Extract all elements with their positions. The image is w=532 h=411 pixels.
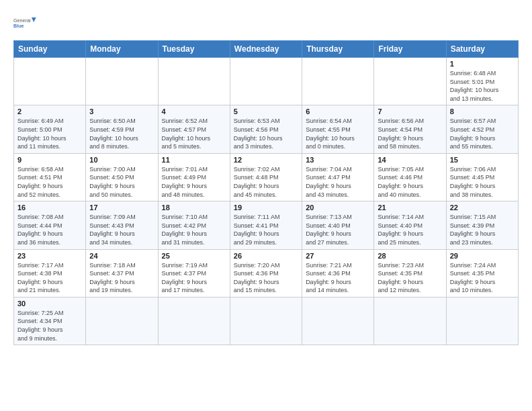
day-number: 3 [89,107,154,116]
calendar-cell: 18Sunrise: 7:10 AMSunset: 4:42 PMDayligh… [158,201,230,249]
calendar-cell [158,58,230,105]
day-number: 19 [234,203,298,212]
day-info: Sunrise: 7:11 AMSunset: 4:41 PMDaylight:… [234,213,298,246]
calendar-cell [86,297,158,345]
calendar-cell: 1Sunrise: 6:48 AMSunset: 5:01 PMDaylight… [446,58,518,105]
calendar-cell: 15Sunrise: 7:06 AMSunset: 4:45 PMDayligh… [446,153,518,201]
day-info: Sunrise: 6:50 AMSunset: 4:59 PMDaylight:… [89,117,154,150]
day-info: Sunrise: 6:56 AMSunset: 4:54 PMDaylight:… [378,117,442,150]
day-number: 7 [378,107,442,116]
calendar-cell: 13Sunrise: 7:04 AMSunset: 4:47 PMDayligh… [302,153,374,201]
day-number: 12 [234,156,298,164]
calendar-cell: 30Sunrise: 7:25 AMSunset: 4:34 PMDayligh… [14,297,86,345]
day-number: 8 [450,107,515,116]
logo: GeneralBlue [13,11,38,35]
calendar-cell: 2Sunrise: 6:49 AMSunset: 5:00 PMDaylight… [14,105,86,153]
day-info: Sunrise: 6:57 AMSunset: 4:52 PMDaylight:… [450,117,515,150]
day-number: 24 [89,252,154,260]
calendar-cell: 3Sunrise: 6:50 AMSunset: 4:59 PMDaylight… [86,105,158,153]
day-info: Sunrise: 7:00 AMSunset: 4:50 PMDaylight:… [89,165,154,199]
calendar-cell: 27Sunrise: 7:21 AMSunset: 4:36 PMDayligh… [302,249,374,297]
calendar-week-row: 16Sunrise: 7:08 AMSunset: 4:44 PMDayligh… [14,201,519,249]
day-info: Sunrise: 6:52 AMSunset: 4:57 PMDaylight:… [162,117,226,150]
weekday-header-row: SundayMondayTuesdayWednesdayThursdayFrid… [14,41,519,58]
generalblue-logo-icon: GeneralBlue [13,11,38,35]
day-number: 10 [89,156,154,164]
day-info: Sunrise: 6:49 AMSunset: 5:00 PMDaylight:… [17,117,82,150]
day-info: Sunrise: 7:24 AMSunset: 4:35 PMDaylight:… [450,261,515,295]
calendar-cell: 21Sunrise: 7:14 AMSunset: 4:40 PMDayligh… [374,201,446,249]
calendar-cell [446,297,518,345]
calendar-cell: 6Sunrise: 6:54 AMSunset: 4:55 PMDaylight… [302,105,374,153]
calendar-cell [374,297,446,345]
calendar-cell: 20Sunrise: 7:13 AMSunset: 4:40 PMDayligh… [302,201,374,249]
calendar-cell: 17Sunrise: 7:09 AMSunset: 4:43 PMDayligh… [86,201,158,249]
header-area: GeneralBlue [13,11,519,35]
svg-marker-2 [32,17,36,22]
day-info: Sunrise: 7:04 AMSunset: 4:47 PMDaylight:… [306,165,370,199]
calendar-cell: 9Sunrise: 6:58 AMSunset: 4:51 PMDaylight… [14,153,86,201]
day-number: 11 [162,156,226,164]
day-info: Sunrise: 7:14 AMSunset: 4:40 PMDaylight:… [378,213,442,246]
calendar-cell: 28Sunrise: 7:23 AMSunset: 4:35 PMDayligh… [374,249,446,297]
day-info: Sunrise: 7:20 AMSunset: 4:36 PMDaylight:… [234,261,298,295]
day-info: Sunrise: 7:05 AMSunset: 4:46 PMDaylight:… [378,165,442,199]
calendar-cell: 4Sunrise: 6:52 AMSunset: 4:57 PMDaylight… [158,105,230,153]
calendar-week-row: 30Sunrise: 7:25 AMSunset: 4:34 PMDayligh… [14,297,519,345]
calendar-cell: 19Sunrise: 7:11 AMSunset: 4:41 PMDayligh… [230,201,302,249]
calendar-cell [230,58,302,105]
weekday-header-sunday: Sunday [14,41,86,58]
day-info: Sunrise: 7:13 AMSunset: 4:40 PMDaylight:… [306,213,370,246]
calendar-cell [302,297,374,345]
weekday-header-saturday: Saturday [446,41,518,58]
day-number: 18 [162,203,226,212]
weekday-header-friday: Friday [374,41,446,58]
calendar-cell: 22Sunrise: 7:15 AMSunset: 4:39 PMDayligh… [446,201,518,249]
day-number: 28 [378,252,442,260]
calendar-cell: 24Sunrise: 7:18 AMSunset: 4:37 PMDayligh… [86,249,158,297]
day-info: Sunrise: 7:17 AMSunset: 4:38 PMDaylight:… [17,261,82,295]
calendar-cell [14,58,86,105]
calendar-cell: 26Sunrise: 7:20 AMSunset: 4:36 PMDayligh… [230,249,302,297]
day-number: 29 [450,252,515,260]
day-number: 1 [450,60,515,68]
day-number: 9 [17,156,82,164]
calendar-cell: 16Sunrise: 7:08 AMSunset: 4:44 PMDayligh… [14,201,86,249]
calendar-cell: 8Sunrise: 6:57 AMSunset: 4:52 PMDaylight… [446,105,518,153]
day-number: 30 [17,300,82,308]
calendar-table: SundayMondayTuesdayWednesdayThursdayFrid… [13,40,519,345]
calendar-cell: 23Sunrise: 7:17 AMSunset: 4:38 PMDayligh… [14,249,86,297]
calendar-cell [302,58,374,105]
day-number: 16 [17,203,82,212]
day-number: 6 [306,107,370,116]
day-number: 20 [306,203,370,212]
day-info: Sunrise: 7:18 AMSunset: 4:37 PMDaylight:… [89,261,154,295]
day-number: 26 [234,252,298,260]
day-info: Sunrise: 6:53 AMSunset: 4:56 PMDaylight:… [234,117,298,150]
calendar-cell: 11Sunrise: 7:01 AMSunset: 4:49 PMDayligh… [158,153,230,201]
weekday-header-tuesday: Tuesday [158,41,230,58]
day-info: Sunrise: 7:23 AMSunset: 4:35 PMDaylight:… [378,261,442,295]
calendar-cell [86,58,158,105]
day-number: 25 [162,252,226,260]
day-info: Sunrise: 6:48 AMSunset: 5:01 PMDaylight:… [450,69,515,103]
calendar-week-row: 2Sunrise: 6:49 AMSunset: 5:00 PMDaylight… [14,105,519,153]
day-info: Sunrise: 6:54 AMSunset: 4:55 PMDaylight:… [306,117,370,150]
weekday-header-thursday: Thursday [302,41,374,58]
day-number: 5 [234,107,298,116]
day-number: 22 [450,203,515,212]
calendar-cell: 7Sunrise: 6:56 AMSunset: 4:54 PMDaylight… [374,105,446,153]
page: GeneralBlue SundayMondayTuesdayWednesday… [0,0,532,411]
day-number: 17 [89,203,154,212]
day-info: Sunrise: 7:02 AMSunset: 4:48 PMDaylight:… [234,165,298,199]
day-number: 14 [378,156,442,164]
weekday-header-wednesday: Wednesday [230,41,302,58]
calendar-cell [230,297,302,345]
calendar-week-row: 9Sunrise: 6:58 AMSunset: 4:51 PMDaylight… [14,153,519,201]
calendar-week-row: 23Sunrise: 7:17 AMSunset: 4:38 PMDayligh… [14,249,519,297]
day-number: 23 [17,252,82,260]
day-number: 27 [306,252,370,260]
calendar-cell: 14Sunrise: 7:05 AMSunset: 4:46 PMDayligh… [374,153,446,201]
weekday-header-monday: Monday [86,41,158,58]
day-info: Sunrise: 7:19 AMSunset: 4:37 PMDaylight:… [162,261,226,295]
